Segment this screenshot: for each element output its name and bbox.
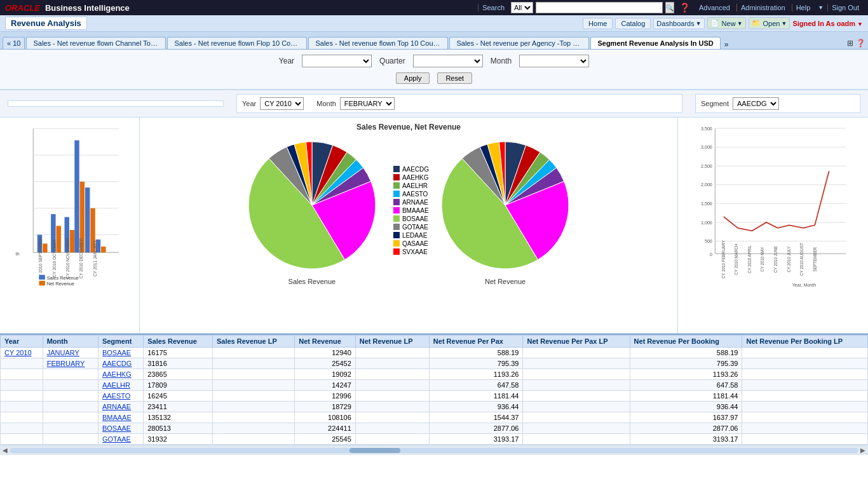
help-tab-icon[interactable]: ❓ [856, 39, 865, 48]
year-filter-select[interactable] [302, 55, 372, 67]
table-cell: 1544.37 [429, 412, 523, 423]
scroll-track[interactable] [10, 448, 858, 453]
scroll-left-arrow[interactable]: ◀ [3, 447, 8, 454]
svg-text:2,500: 2,500 [701, 164, 712, 169]
table-cell[interactable]: BMAAAE [98, 412, 143, 423]
nav-bar: Revenue Analysis Home Catalog Dashboards… [0, 15, 868, 32]
svg-text:1,000: 1,000 [701, 220, 712, 226]
table-cell[interactable] [1, 402, 43, 412]
table-cell[interactable] [1, 434, 43, 445]
tab-segment[interactable]: Segment Revenue Analysis In USD [590, 37, 720, 49]
quarter-filter-select[interactable] [413, 55, 483, 67]
legend-color-AAECDG [393, 166, 400, 172]
table-cell[interactable] [43, 423, 98, 434]
svg-text:3,000: 3,000 [701, 145, 712, 150]
tab-back[interactable]: « 10 [3, 37, 25, 49]
search-all-dropdown[interactable]: All [511, 2, 533, 13]
catalog-button[interactable]: Catalog [615, 18, 651, 29]
svg-text:CY 2010 FEBRUARY: CY 2010 FEBRUARY [721, 240, 726, 278]
legend-color-AAESTO [393, 191, 400, 197]
col-net-rev-lp: Net Revenue LP [355, 336, 429, 348]
segment-sub-label: Segment [701, 100, 729, 107]
table-cell[interactable] [1, 358, 43, 369]
scroll-thumb[interactable] [349, 448, 400, 453]
search-button[interactable]: 🔍 [665, 2, 674, 13]
sign-out-link[interactable]: Sign Out [827, 4, 863, 11]
table-body: CY 2010JANUARYBOSAAE1617512940588.19588.… [1, 348, 868, 445]
table-cell: 108106 [295, 412, 356, 423]
month-sub-select[interactable]: FEBRUARY [340, 97, 395, 110]
table-cell[interactable]: AAESTO [98, 391, 143, 402]
table-row: CY 2010JANUARYBOSAAE1617512940588.19588.… [1, 348, 868, 358]
table-cell [742, 391, 868, 402]
year-sub-select[interactable]: CY 2010 [260, 97, 304, 110]
table-cell: 647.58 [429, 380, 523, 391]
table-cell[interactable]: JANUARY [43, 348, 98, 358]
segment-sub-select[interactable]: AAECDG [733, 97, 779, 110]
table-cell[interactable]: FEBRUARY [43, 358, 98, 369]
dashboards-dropdown[interactable]: Dashboards ▼ [653, 18, 704, 29]
table-cell: 1193.26 [630, 369, 742, 380]
table-cell [523, 369, 630, 380]
table-cell [212, 412, 294, 423]
table-cell[interactable]: AAELHR [98, 380, 143, 391]
data-table: Year Month Segment Sales Revenue Sales R… [0, 335, 868, 445]
tab-channel[interactable]: Sales - Net revenue flown Channel Top 10 [26, 37, 166, 49]
table-cell[interactable]: AAECDG [98, 358, 143, 369]
table-cell[interactable] [43, 412, 98, 423]
bottom-scroll[interactable]: ◀ ▶ [0, 445, 868, 455]
svg-text:CY 2010 SEPTEMBER: CY 2010 SEPTEMBER [38, 237, 43, 280]
month-sub-group: Month FEBRUARY [316, 97, 395, 110]
legend-BMAAAE: BMAAAE [393, 207, 429, 214]
help-link[interactable]: Help [792, 4, 815, 11]
table-cell [523, 402, 630, 412]
table-icon[interactable]: ⊞ [847, 39, 853, 48]
scroll-right-arrow[interactable]: ▶ [860, 447, 865, 454]
table-cell[interactable] [43, 380, 98, 391]
table-cell[interactable]: GOTAAE [98, 434, 143, 445]
table-cell[interactable]: BOSAAE [98, 348, 143, 358]
new-dropdown-arrow: ▼ [737, 20, 743, 27]
table-cell: 31816 [144, 358, 213, 369]
svg-rect-25 [39, 281, 45, 285]
table-cell[interactable]: CY 2010 [1, 348, 43, 358]
tab-top-countries[interactable]: Sales - Net revenue flown Top 10 Countri… [308, 37, 448, 49]
table-cell[interactable]: BOSAAE [98, 423, 143, 434]
table-cell: 224411 [295, 423, 356, 434]
table-cell[interactable] [43, 434, 98, 445]
svg-text:2,000: 2,000 [701, 182, 712, 187]
legend-color-GOTAAE [393, 224, 400, 230]
help-icon[interactable]: ❓ [677, 3, 693, 13]
apply-button[interactable]: Apply [396, 72, 430, 84]
table-cell[interactable] [43, 391, 98, 402]
table-cell: 795.39 [630, 358, 742, 369]
table-cell[interactable] [1, 369, 43, 380]
table-cell: 1637.97 [630, 412, 742, 423]
tab-more-icon[interactable]: » [724, 40, 729, 49]
table-cell[interactable] [1, 412, 43, 423]
reset-button[interactable]: Reset [437, 72, 472, 84]
table-cell[interactable] [1, 391, 43, 402]
administration-link[interactable]: Administration [736, 4, 789, 11]
table-cell[interactable]: AAEHKG [98, 369, 143, 380]
home-button[interactable]: Home [583, 18, 613, 29]
user-dropdown-arrow: ▼ [857, 21, 863, 27]
table-cell[interactable]: ARNAAE [98, 402, 143, 412]
table-row: BMAAAE1351321081061544.371637.97 [1, 412, 868, 423]
chart-title: Sales Revenue, Net Revenue [145, 123, 672, 132]
table-cell[interactable] [1, 380, 43, 391]
new-dropdown[interactable]: 📄 New ▼ [707, 17, 746, 29]
table-cell[interactable] [1, 423, 43, 434]
table-cell: 647.58 [630, 380, 742, 391]
tab-flop[interactable]: Sales - Net revenue flown Flop 10 Countr… [167, 37, 307, 49]
tab-agency[interactable]: Sales - Net revenue per Agency -Top 10 R… [449, 37, 589, 49]
open-dropdown[interactable]: 📁 Open ▼ [749, 17, 790, 29]
month-filter-select[interactable] [519, 55, 589, 67]
table-cell[interactable] [43, 369, 98, 380]
table-cell[interactable] [43, 402, 98, 412]
legend-SVXAAE: SVXAAE [393, 248, 429, 255]
col-year: Year [1, 336, 43, 348]
advanced-link[interactable]: Advanced [695, 4, 734, 11]
data-table-container[interactable]: Year Month Segment Sales Revenue Sales R… [0, 334, 868, 445]
search-input[interactable] [536, 2, 663, 13]
